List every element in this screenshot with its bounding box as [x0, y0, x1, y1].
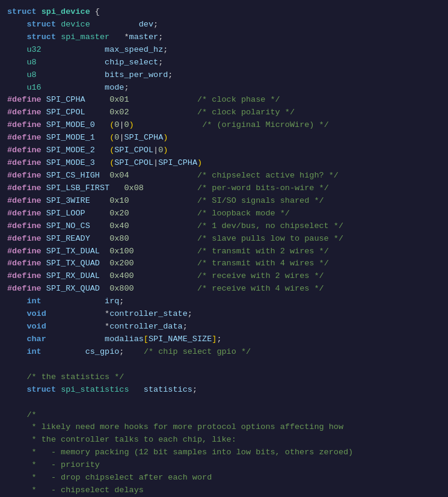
line-34: * - memory packing (12 bit samples into … — [7, 446, 441, 459]
line-16: #define SPI_3WIRE 0x10 /* SI/SO signals … — [7, 195, 441, 208]
line-28: int cs_gpio; /* chip select gpio */ — [7, 346, 441, 359]
line-9: #define SPI_CPOL 0x02 /* clock polarity … — [7, 106, 441, 119]
line-23: #define SPI_RX_QUAD 0x800 /* receive wit… — [7, 283, 441, 295]
line-29: /* the statistics */ — [7, 371, 441, 384]
line-11: #define SPI_MODE_1 (0|SPI_CPHA) — [7, 132, 441, 144]
line-21: #define SPI_TX_QUAD 0x200 /* transmit wi… — [7, 258, 441, 270]
line-31: /* — [7, 409, 441, 422]
line-blank-2 — [7, 397, 441, 409]
line-24: int irq; — [7, 295, 441, 308]
line-1: struct spi_device { — [7, 6, 441, 19]
line-12: #define SPI_MODE_2 (SPI_CPOL|0) — [7, 144, 441, 157]
line-6: u8 bits_per_word; — [7, 69, 441, 82]
line-5: u8 chip_select; — [7, 57, 441, 69]
line-13: #define SPI_MODE_3 (SPI_CPOL|SPI_CPHA) — [7, 157, 441, 170]
line-33: * the controller talks to each chip, lik… — [7, 434, 441, 446]
line-32: * likely need more hooks for more protoc… — [7, 421, 441, 434]
line-8: #define SPI_CPHA 0x01 /* clock phase */ — [7, 94, 441, 106]
line-14: #define SPI_CS_HIGH 0x04 /* chipselect a… — [7, 170, 441, 182]
line-19: #define SPI_READY 0x80 /* slave pulls lo… — [7, 233, 441, 245]
line-7: u16 mode; — [7, 82, 441, 94]
line-15: #define SPI_LSB_FIRST 0x08 /* per-word b… — [7, 182, 441, 195]
line-36: * - drop chipselect after each word — [7, 472, 441, 484]
line-37: * - chipselect delays — [7, 484, 441, 497]
line-27: char modalias[SPI_NAME_SIZE]; — [7, 333, 441, 346]
line-25: void *controller_state; — [7, 308, 441, 321]
line-3: struct spi_master *master; — [7, 31, 441, 44]
line-30: struct spi_statistics statistics; — [7, 384, 441, 397]
line-35: * - priority — [7, 459, 441, 472]
line-20: #define SPI_TX_DUAL 0x100 /* transmit wi… — [7, 245, 441, 258]
line-22: #define SPI_RX_DUAL 0x400 /* receive wit… — [7, 270, 441, 283]
line-18: #define SPI_NO_CS 0x40 /* 1 dev/bus, no … — [7, 220, 441, 233]
line-26: void *controller_data; — [7, 321, 441, 333]
line-17: #define SPI_LOOP 0x20 /* loopback mode *… — [7, 208, 441, 220]
line-10: #define SPI_MODE_0 (0|0) /* (original Mi… — [7, 119, 441, 132]
code-container: struct spi_device { struct device dev; s… — [0, 0, 448, 497]
line-blank-1 — [7, 359, 441, 371]
line-2: struct device dev; — [7, 19, 441, 31]
line-4: u32 max_speed_hz; — [7, 44, 441, 57]
